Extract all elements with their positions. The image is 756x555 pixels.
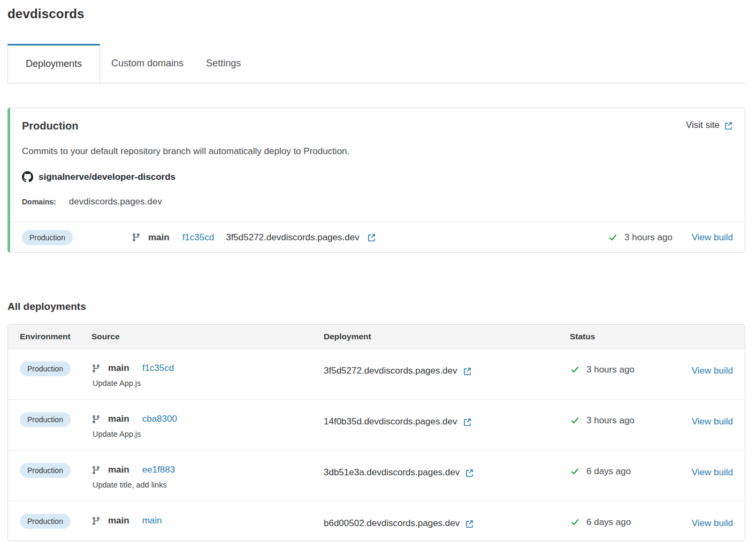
external-link-icon[interactable] <box>463 417 472 427</box>
status-time: 6 days ago <box>586 466 631 477</box>
external-link-icon <box>724 121 733 130</box>
environment-badge: Production <box>22 230 73 245</box>
deployment-url: 3f5d5272.devdiscords.pages.dev <box>324 366 457 376</box>
view-build-link[interactable]: View build <box>692 232 733 243</box>
environment-badge: Production <box>20 514 71 529</box>
visit-site-link[interactable]: Visit site <box>686 120 733 131</box>
deployment-cell: 3db51e3a.devdiscords.pages.dev <box>324 465 570 478</box>
view-build-link[interactable]: View build <box>692 467 733 477</box>
pages-project-page: devdiscords Deployments Custom domains S… <box>7 6 745 541</box>
status-time: 3 hours ago <box>586 364 635 375</box>
tab-bar: Deployments Custom domains Settings <box>7 44 745 83</box>
branch-name: main <box>108 515 129 526</box>
status-cell: 6 days ago <box>570 515 687 528</box>
branch-name: main <box>148 232 170 243</box>
commit-message: Update title, add links <box>91 481 324 489</box>
tab-settings[interactable]: Settings <box>195 44 252 83</box>
source-cell: main ee1f883 Update title, add links <box>91 465 324 489</box>
production-description: Commits to your default repository branc… <box>22 146 733 157</box>
deployment-url: 3f5d5272.devdiscords.pages.dev <box>226 232 360 243</box>
repo-name: signalnerve/developer-discords <box>39 172 175 183</box>
table-row: Production main f1c35cd Update App.js 3f… <box>8 349 745 400</box>
environment-badge: Production <box>20 463 71 478</box>
deployment-cell: b6d00502.devdiscords.pages.dev <box>324 515 570 529</box>
external-link-icon[interactable] <box>465 519 474 528</box>
environment-badge: Production <box>20 412 71 427</box>
column-header-source: Source <box>91 332 324 341</box>
table-row: Production main ee1f883 Update title, ad… <box>8 451 745 501</box>
production-card-body: Production Visit site Commits to your de… <box>10 108 745 222</box>
source-group: main f1c35cd 3f5d5272.devdiscords.pages.… <box>132 232 376 243</box>
actions-cell: View build <box>687 414 733 427</box>
tab-custom-domains[interactable]: Custom domains <box>100 44 195 83</box>
status-cell: 3 hours ago <box>570 363 687 375</box>
deployments-table: Environment Source Deployment Status Pro… <box>7 324 745 541</box>
source-cell: main cba8300 Update App.js <box>91 414 324 438</box>
latest-deployment-row: Production main f1c35cd 3f5d5272.devdisc… <box>10 222 745 252</box>
check-icon <box>570 416 580 425</box>
table-header-row: Environment Source Deployment Status <box>8 325 745 349</box>
deployment-url: b6d00502.devdiscords.pages.dev <box>324 518 460 529</box>
git-branch-icon <box>91 415 101 424</box>
environment-cell: Production <box>20 465 91 475</box>
table-row: Production main main b6d00502.devdiscord… <box>8 501 745 541</box>
check-icon <box>570 518 580 527</box>
source-cell: main f1c35cd Update App.js <box>91 363 324 387</box>
external-link-icon[interactable] <box>463 367 472 376</box>
domains-label: Domains: <box>22 197 56 206</box>
commit-link[interactable]: main <box>142 515 162 526</box>
git-branch-icon <box>91 364 101 373</box>
domains-value: devdiscords.pages.dev <box>69 196 162 207</box>
git-branch-icon <box>91 466 101 475</box>
visit-site-label: Visit site <box>686 120 720 131</box>
external-link-icon[interactable] <box>465 468 474 477</box>
commit-link[interactable]: ee1f883 <box>142 465 175 475</box>
view-build-link[interactable]: View build <box>692 416 733 427</box>
commit-link[interactable]: f1c35cd <box>142 363 174 374</box>
actions-cell: View build <box>687 465 733 478</box>
deployment-cell: 3f5d5272.devdiscords.pages.dev <box>324 363 570 376</box>
commit-message: Update App.js <box>91 430 324 438</box>
branch-name: main <box>108 465 129 475</box>
production-title: Production <box>22 120 79 132</box>
deployment-url: 14f0b35d.devdiscords.pages.dev <box>324 416 457 427</box>
commit-link[interactable]: f1c35cd <box>182 232 215 243</box>
source-cell: main main <box>91 515 324 526</box>
status-time: 3 hours ago <box>586 415 635 426</box>
column-header-deployment: Deployment <box>324 332 570 341</box>
git-branch-icon <box>132 233 141 242</box>
environment-cell: Production <box>20 414 91 424</box>
external-link-icon[interactable] <box>367 233 376 242</box>
check-icon <box>608 233 618 242</box>
environment-badge: Production <box>20 361 71 376</box>
deployment-cell: 14f0b35d.devdiscords.pages.dev <box>324 414 570 427</box>
status-cell: 3 hours ago <box>570 414 687 426</box>
view-build-link[interactable]: View build <box>692 518 733 528</box>
environment-cell: Production <box>20 515 91 526</box>
status-group: 3 hours ago View build <box>608 232 733 243</box>
check-icon <box>570 467 580 476</box>
column-header-status: Status <box>570 332 687 341</box>
branch-name: main <box>108 414 129 424</box>
production-card: Production Visit site Commits to your de… <box>7 108 745 253</box>
status-cell: 6 days ago <box>570 465 687 477</box>
check-icon <box>570 366 580 374</box>
tab-deployments[interactable]: Deployments <box>7 44 100 83</box>
status-time: 3 hours ago <box>624 232 673 243</box>
domains-line: Domains: devdiscords.pages.dev <box>22 196 733 207</box>
status-time: 6 days ago <box>586 517 631 528</box>
commit-link[interactable]: cba8300 <box>142 414 177 424</box>
deployment-url: 3db51e3a.devdiscords.pages.dev <box>324 467 460 478</box>
branch-name: main <box>108 363 129 374</box>
page-title: devdiscords <box>7 6 745 21</box>
table-row: Production main cba8300 Update App.js 14… <box>8 400 745 451</box>
git-branch-icon <box>91 516 101 526</box>
actions-cell: View build <box>687 363 733 376</box>
commit-message: Update App.js <box>91 379 324 387</box>
actions-cell: View build <box>687 515 733 529</box>
table-body: Production main f1c35cd Update App.js 3f… <box>8 349 745 541</box>
column-header-environment: Environment <box>20 332 91 341</box>
environment-cell: Production <box>20 363 91 374</box>
view-build-link[interactable]: View build <box>692 366 733 376</box>
repo-line: signalnerve/developer-discords <box>22 171 733 183</box>
